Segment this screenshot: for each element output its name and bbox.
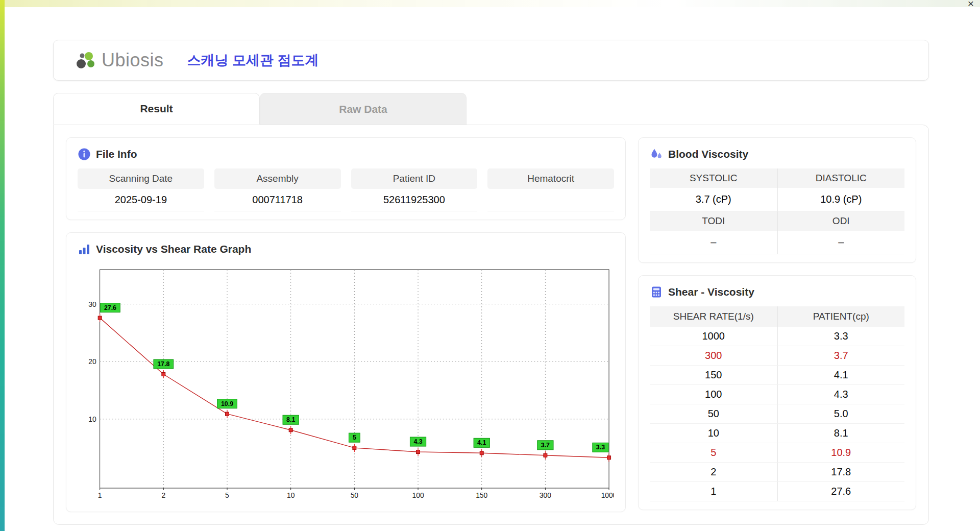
shear-viscosity-row: 1504.1: [650, 366, 904, 385]
shear-viscosity-row: 505.0: [650, 404, 904, 424]
shear-rate-cell: 100: [650, 385, 777, 404]
x-tick-label: 50: [351, 491, 359, 499]
x-tick-label: 100: [412, 491, 424, 499]
svg-text:4.3: 4.3: [413, 438, 422, 445]
svg-text:3.7: 3.7: [541, 442, 550, 449]
column-header-shear-rate: SHEAR RATE(1/s): [650, 306, 777, 327]
metric-label: ODI: [777, 211, 905, 231]
metric-value: 3.7 (cP): [650, 188, 777, 211]
window-top-strip: ×: [0, 0, 980, 7]
calculator-grid-icon: [650, 285, 663, 299]
shear-rate-cell: 5: [650, 443, 777, 462]
shear-rate-cell: 1: [650, 482, 777, 501]
x-tick-label: 150: [476, 491, 487, 499]
file-info-field: Patient ID52611925300: [351, 168, 478, 211]
shear-viscosity-row: 127.6: [650, 482, 904, 501]
window-left-strip: [0, 0, 5, 531]
x-tick-label: 2: [161, 491, 165, 499]
viscosity-chart: 1020301251050100150300100027.617.810.98.…: [78, 263, 614, 503]
field-value: 52611925300: [351, 189, 478, 211]
file-info-field: Hematocrit: [487, 168, 614, 211]
logo-leaf-icon: [75, 50, 97, 70]
shear-rate-cell: 1000: [650, 327, 777, 346]
file-info-card: File Info Scanning Date2025-09-19Assembl…: [66, 137, 626, 220]
section-title: Shear - Viscosity: [668, 286, 754, 298]
field-label: Patient ID: [351, 168, 478, 189]
svg-text:5: 5: [353, 434, 356, 441]
shear-viscosity-header: Shear - Viscosity: [650, 284, 904, 300]
app-header: Ubiosis 스캐닝 모세관 점도계: [53, 40, 929, 81]
patient-viscosity-cell: 27.6: [777, 482, 905, 501]
water-drops-icon: [650, 148, 663, 161]
file-info-header: File Info: [78, 146, 614, 162]
field-label: Assembly: [214, 168, 341, 189]
tab-bar: Result Raw Data: [53, 93, 929, 125]
blood-viscosity-table: SYSTOLIC DIASTOLIC 3.7 (cP) 10.9 (cP) TO…: [650, 168, 904, 254]
svg-text:27.6: 27.6: [104, 304, 116, 311]
patient-viscosity-cell: 8.1: [777, 424, 905, 443]
svg-text:3.3: 3.3: [596, 444, 605, 451]
x-tick-label: 300: [540, 491, 551, 499]
blood-viscosity-header: Blood Viscosity: [650, 146, 904, 162]
tab-raw-data[interactable]: Raw Data: [260, 93, 467, 125]
shear-viscosity-row: 10003.3: [650, 327, 904, 346]
result-panel: File Info Scanning Date2025-09-19Assembl…: [53, 125, 929, 525]
bar-chart-icon: [78, 243, 91, 256]
shear-rate-cell: 2: [650, 463, 777, 481]
close-icon[interactable]: ×: [968, 0, 974, 8]
x-tick-label: 1000: [601, 491, 614, 499]
graph-card: Viscosity vs Shear Rate Graph 1020301251…: [66, 232, 626, 512]
shear-viscosity-card: Shear - Viscosity SHEAR RATE(1/s) PATIEN…: [638, 275, 916, 510]
svg-text:17.8: 17.8: [157, 360, 169, 368]
main-window: Ubiosis 스캐닝 모세관 점도계 Result Raw Data File…: [5, 7, 980, 531]
x-tick-label: 10: [287, 491, 295, 499]
patient-viscosity-cell: 4.1: [777, 366, 905, 384]
section-title: File Info: [96, 148, 137, 160]
patient-viscosity-cell: 3.3: [777, 327, 905, 346]
shear-rate-cell: 150: [650, 366, 777, 384]
shear-viscosity-body: 10003.33003.71504.11004.3505.0108.1510.9…: [650, 327, 904, 501]
blood-viscosity-card: Blood Viscosity SYSTOLIC DIASTOLIC 3.7 (…: [638, 137, 916, 263]
patient-viscosity-cell: 5.0: [777, 404, 905, 423]
metric-label: DIASTOLIC: [777, 168, 905, 188]
shear-rate-cell: 50: [650, 404, 777, 423]
patient-viscosity-cell: 17.8: [777, 463, 905, 481]
logo: Ubiosis: [75, 50, 164, 71]
section-title: Blood Viscosity: [668, 148, 748, 160]
patient-viscosity-cell: 10.9: [777, 443, 905, 462]
shear-viscosity-row: 108.1: [650, 424, 904, 443]
logo-text: Ubiosis: [102, 50, 164, 71]
file-info-field: Scanning Date2025-09-19: [78, 168, 204, 211]
shear-viscosity-row: 217.8: [650, 463, 904, 482]
page-title: 스캐닝 모세관 점도계: [187, 51, 319, 69]
metric-value: –: [650, 231, 777, 254]
y-tick-label: 10: [88, 415, 96, 423]
shear-rate-cell: 10: [650, 424, 777, 443]
tab-result[interactable]: Result: [53, 93, 260, 125]
left-column: File Info Scanning Date2025-09-19Assembl…: [66, 137, 626, 512]
field-value: 000711718: [214, 189, 341, 211]
shear-viscosity-column-headers: SHEAR RATE(1/s) PATIENT(cp): [650, 306, 904, 327]
y-tick-label: 30: [88, 300, 96, 308]
metric-label: SYSTOLIC: [650, 168, 777, 188]
file-info-field: Assembly000711718: [214, 168, 341, 211]
right-column: Blood Viscosity SYSTOLIC DIASTOLIC 3.7 (…: [638, 137, 916, 512]
field-label: Hematocrit: [487, 168, 614, 189]
field-label: Scanning Date: [78, 168, 204, 189]
field-value: [487, 189, 614, 211]
metric-label: TODI: [650, 211, 777, 231]
x-tick-label: 1: [98, 491, 102, 499]
metric-value: 10.9 (cP): [777, 188, 905, 211]
shear-rate-cell: 300: [650, 346, 777, 365]
info-icon: [78, 148, 91, 161]
patient-viscosity-cell: 4.3: [777, 385, 905, 404]
svg-text:4.1: 4.1: [477, 439, 486, 446]
x-tick-label: 5: [225, 491, 229, 499]
metric-value: –: [777, 231, 905, 254]
shear-viscosity-row: 3003.7: [650, 346, 904, 366]
column-header-patient: PATIENT(cp): [777, 306, 905, 327]
chart-frame: [100, 270, 609, 488]
graph-header: Viscosity vs Shear Rate Graph: [78, 241, 614, 257]
patient-viscosity-cell: 3.7: [777, 346, 905, 365]
file-info-fields: Scanning Date2025-09-19Assembly000711718…: [78, 168, 614, 211]
